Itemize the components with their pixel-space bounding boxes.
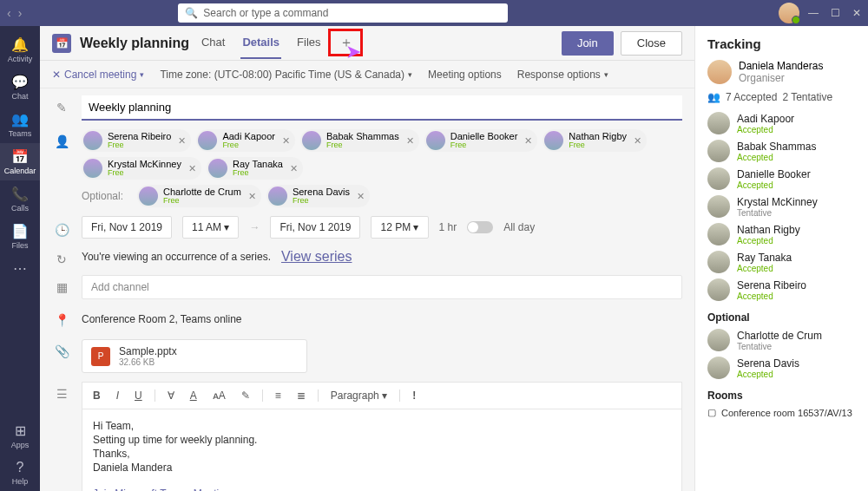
user-avatar[interactable]	[779, 3, 799, 23]
allday-toggle[interactable]	[467, 221, 493, 233]
attendee-chip[interactable]: Ray TanakaFree✕	[207, 157, 303, 180]
location-field[interactable]: Conference Room 2, Teams online	[82, 308, 682, 331]
rail-more[interactable]: ⋯	[13, 255, 27, 282]
avatar	[707, 140, 730, 162]
numbered-button[interactable]: ≣	[293, 388, 309, 403]
tab-chat[interactable]: Chat	[200, 27, 227, 59]
rail-activity[interactable]: 🔔Activity	[0, 31, 40, 69]
remove-icon[interactable]: ✕	[282, 135, 290, 147]
fontcolor-button[interactable]: A	[187, 388, 201, 403]
avatar	[707, 251, 730, 273]
add-tab-button[interactable]: ＋ ➤	[337, 34, 356, 53]
rail-chat[interactable]: 💬Chat	[0, 69, 40, 106]
avatar	[302, 131, 321, 150]
remove-icon[interactable]: ✕	[290, 163, 298, 174]
attendee-chip[interactable]: Danielle BookerFree✕	[424, 129, 538, 152]
tracking-person: Ray TanakaAccepted	[707, 251, 858, 273]
tab-files[interactable]: Files	[295, 27, 322, 59]
optional-label: Optional:	[82, 190, 123, 202]
remove-icon[interactable]: ✕	[188, 163, 196, 174]
start-date[interactable]: Fri, Nov 1 2019	[82, 216, 172, 239]
series-message: You're viewing an occurrence of a series…	[82, 251, 271, 263]
search-icon: 🔍	[185, 7, 198, 19]
win-min[interactable]: —	[808, 7, 819, 19]
editor-toolbar: B I U ∀ A ᴀA ✎ ≡ ≣ Paragraph	[82, 382, 682, 409]
underline-button[interactable]: U	[131, 388, 146, 403]
chat-icon: 💬	[11, 74, 29, 90]
remove-icon[interactable]: ✕	[634, 135, 641, 147]
attendee-chip[interactable]: Nathan RigbyFree✕	[542, 129, 647, 152]
phone-icon: 📞	[11, 186, 29, 202]
attendee-chip[interactable]: Charlotte de CrumFree✕	[137, 185, 261, 207]
rail-help[interactable]: ?Help	[0, 455, 40, 491]
attendee-chip[interactable]: Aadi KapoorFree✕	[196, 129, 295, 152]
strike-button[interactable]: ∀	[164, 388, 178, 403]
remove-icon[interactable]: ✕	[357, 191, 365, 202]
attendee-chip[interactable]: Babak ShammasFree✕	[300, 129, 419, 152]
description-editor[interactable]: Hi Team, Setting up time for weekly plan…	[82, 409, 682, 491]
attachment-card[interactable]: P Sample.pptx 32.66 KB	[82, 339, 307, 373]
channel-input[interactable]: Add channel	[82, 275, 682, 299]
title-input[interactable]	[82, 95, 682, 121]
calendar-icon: 📅	[11, 148, 29, 165]
nav-back[interactable]: ‹	[7, 6, 11, 20]
end-time[interactable]: 12 PM ▾	[371, 216, 428, 239]
chevron-down-icon: ▾	[408, 70, 412, 79]
rail-calendar[interactable]: 📅Calendar	[0, 143, 40, 180]
room-item: ▢ Conference room 16537/AV/13	[707, 407, 858, 418]
remove-icon[interactable]: ✕	[248, 191, 256, 202]
rail-apps[interactable]: ⊞Apps	[0, 417, 40, 455]
rail-files[interactable]: 📄Files	[0, 218, 40, 255]
attendee-chip[interactable]: Serena DavisFree✕	[266, 185, 370, 207]
avatar	[426, 131, 445, 150]
clear-format-button[interactable]: ✎	[238, 388, 253, 403]
view-series-link[interactable]: View series	[281, 249, 352, 265]
fontsize-button[interactable]: ᴀA	[209, 388, 229, 403]
required-attendees[interactable]: Serena RibeiroFree✕Aadi KapoorFree✕Babak…	[82, 129, 682, 180]
attendee-chip[interactable]: Krystal McKinneyFree✕	[82, 157, 201, 180]
join-button[interactable]: Join	[562, 31, 614, 56]
join-meeting-link[interactable]: Join Microsoft Teams Meeting	[93, 488, 231, 491]
avatar	[707, 278, 730, 301]
rail-calls[interactable]: 📞Calls	[0, 180, 40, 218]
close-button[interactable]: Close	[621, 31, 682, 56]
people-icon: 👥	[707, 91, 720, 103]
bell-icon: 🔔	[11, 36, 29, 53]
powerpoint-icon: P	[91, 347, 110, 366]
remove-icon[interactable]: ✕	[406, 135, 414, 147]
paragraph-dropdown[interactable]: Paragraph ▾	[327, 388, 391, 403]
cancel-meeting[interactable]: ✕ Cancel meeting ▾	[52, 69, 144, 81]
attachment-size: 32.66 KB	[119, 357, 177, 367]
remove-icon[interactable]: ✕	[524, 135, 532, 147]
avatar	[707, 167, 730, 190]
arrow-right-icon: →	[249, 221, 260, 233]
tab-details[interactable]: Details	[240, 27, 281, 59]
start-time[interactable]: 11 AM ▾	[182, 216, 239, 239]
meeting-options[interactable]: Meeting options	[428, 69, 502, 81]
bullets-button[interactable]: ≡	[272, 388, 285, 403]
important-button[interactable]: !	[409, 388, 419, 403]
search-box[interactable]: 🔍 Search or type a command	[178, 3, 508, 23]
win-max[interactable]: ☐	[831, 7, 840, 19]
nav-fwd[interactable]: ›	[18, 6, 23, 20]
organiser: Daniela Manderas Organiser	[707, 60, 858, 84]
tracking-title: Tracking	[707, 36, 858, 51]
win-close[interactable]: ✕	[852, 7, 861, 19]
tracking-person: Nathan RigbyAccepted	[707, 223, 858, 245]
timezone-dropdown[interactable]: Time zone: (UTC-08:00) Pacific Time (US …	[160, 69, 412, 81]
rail-teams[interactable]: 👥Teams	[0, 106, 40, 143]
tracking-person: Serena RibeiroAccepted	[707, 278, 858, 301]
bold-button[interactable]: B	[89, 388, 104, 403]
remove-icon[interactable]: ✕	[178, 135, 186, 147]
channel-icon: ▦	[52, 275, 71, 294]
pencil-icon: ✎	[52, 95, 71, 115]
tracking-person: Aadi KapoorAccepted	[707, 112, 858, 134]
avatar	[198, 131, 217, 150]
attendee-chip[interactable]: Serena RibeiroFree✕	[82, 129, 191, 152]
optional-attendees[interactable]: Charlotte de CrumFree✕Serena DavisFree✕	[137, 185, 682, 207]
end-date[interactable]: Fri, Nov 1 2019	[270, 216, 360, 239]
response-options[interactable]: Response options ▾	[517, 69, 608, 81]
italic-button[interactable]: I	[113, 388, 122, 403]
attachment-icon: 📎	[52, 339, 71, 358]
avatar	[268, 187, 287, 206]
